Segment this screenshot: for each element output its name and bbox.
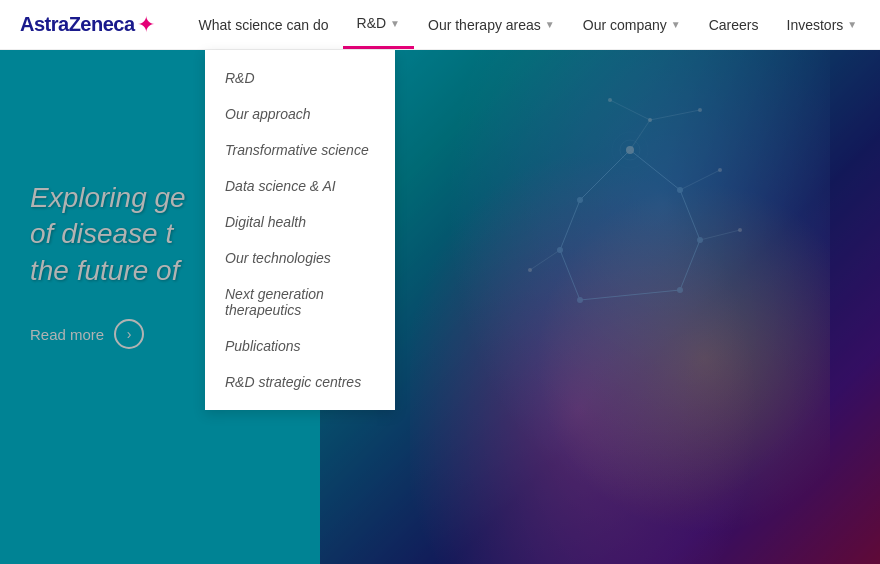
dropdown-item-transformative[interactable]: Transformative science <box>205 132 395 168</box>
nav-label-what-science: What science can do <box>199 17 329 33</box>
dropdown-item-publications[interactable]: Publications <box>205 328 395 364</box>
dropdown-item-rd[interactable]: R&D <box>205 60 395 96</box>
nav-label-company: Our company <box>583 17 667 33</box>
nav-item-what-science[interactable]: What science can do <box>185 0 343 49</box>
dropdown-item-strategic-centres[interactable]: R&D strategic centres <box>205 364 395 400</box>
main-nav: What science can do R&D ▼ Our therapy ar… <box>185 0 880 49</box>
dropdown-overlay <box>0 50 880 564</box>
nav-label-therapy: Our therapy areas <box>428 17 541 33</box>
rd-chevron-icon: ▼ <box>390 18 400 29</box>
nav-item-rd[interactable]: R&D ▼ <box>343 0 414 49</box>
dropdown-item-data-science[interactable]: Data science & AI <box>205 168 395 204</box>
nav-label-rd: R&D <box>357 15 387 31</box>
rd-dropdown: R&D Our approach Transformative science … <box>205 50 395 410</box>
dropdown-item-next-gen[interactable]: Next generation therapeutics <box>205 276 395 328</box>
dropdown-item-approach[interactable]: Our approach <box>205 96 395 132</box>
therapy-chevron-icon: ▼ <box>545 19 555 30</box>
company-chevron-icon: ▼ <box>671 19 681 30</box>
dropdown-item-technologies[interactable]: Our technologies <box>205 240 395 276</box>
nav-item-company[interactable]: Our company ▼ <box>569 0 695 49</box>
logo-text: AstraZeneca <box>20 13 135 36</box>
dropdown-item-digital-health[interactable]: Digital health <box>205 204 395 240</box>
nav-label-careers: Careers <box>709 17 759 33</box>
nav-item-careers[interactable]: Careers <box>695 0 773 49</box>
nav-item-media[interactable]: Media ▼ <box>871 0 880 49</box>
nav-item-therapy[interactable]: Our therapy areas ▼ <box>414 0 569 49</box>
header: AstraZeneca ✦ What science can do R&D ▼ … <box>0 0 880 50</box>
nav-label-investors: Investors <box>787 17 844 33</box>
investors-chevron-icon: ▼ <box>847 19 857 30</box>
logo[interactable]: AstraZeneca ✦ <box>20 12 155 38</box>
logo-icon: ✦ <box>137 12 155 38</box>
nav-item-investors[interactable]: Investors ▼ <box>773 0 872 49</box>
